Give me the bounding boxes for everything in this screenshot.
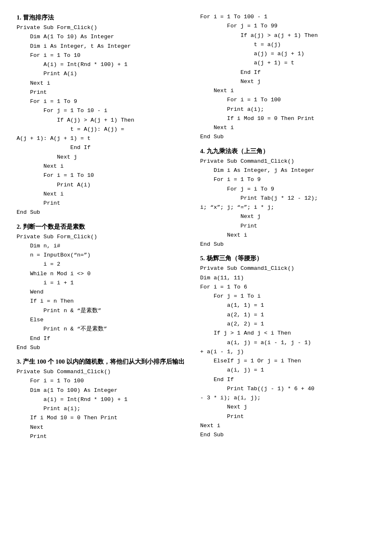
section3-code-right: For i = 1 To 100 - 1 For j = 1 To 99 If …	[200, 12, 376, 142]
section2-title: 2. 判断一个数是否是素数	[17, 222, 188, 232]
section4-code: Private Sub Command1_Click() Dim i As In…	[200, 157, 376, 249]
section5-title: 5. 杨辉三角（等腰形）	[200, 253, 376, 263]
main-content: 1. 冒泡排序法 Private Sub Form_Click() Dim A(…	[17, 12, 375, 445]
section1-code: Private Sub Form_Click() Dim A(1 To 10) …	[17, 23, 188, 218]
section4-title: 4. 九九乘法表（上三角）	[200, 146, 376, 156]
section3-code-left: Private Sub Command1_Click() For i = 1 T…	[17, 367, 188, 441]
section2-code: Private Sub Form_Click() Dim n, i# n = I…	[17, 232, 188, 352]
section5-code: Private Sub Command1_Click() Dim a(11, 1…	[200, 264, 376, 440]
section3-title: 3. 产生 100 个 100 以内的随机数，将他们从大到小排序后输出	[17, 357, 188, 367]
left-column: 1. 冒泡排序法 Private Sub Form_Click() Dim A(…	[17, 12, 196, 445]
section1-title: 1. 冒泡排序法	[17, 12, 188, 22]
right-column: For i = 1 To 100 - 1 For j = 1 To 99 If …	[196, 12, 376, 445]
